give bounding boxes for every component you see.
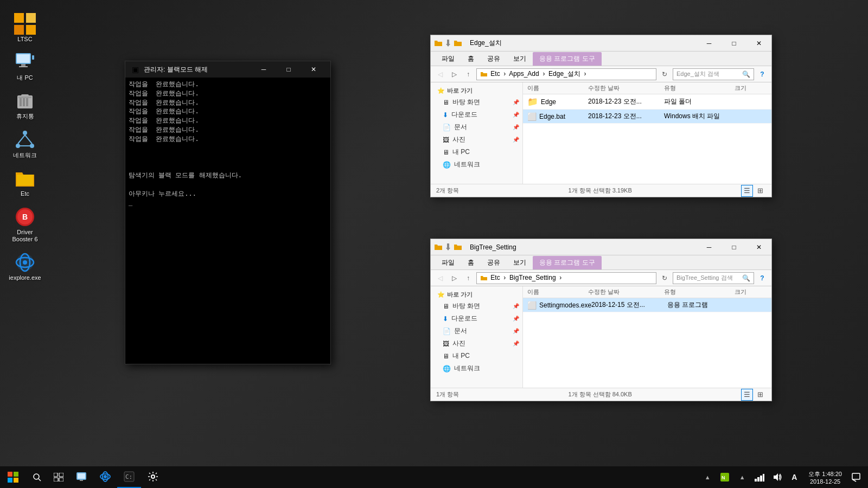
help-btn-2[interactable]: ? xyxy=(756,272,768,284)
tab-app-tools-2[interactable]: 응용 프로그램 도구 xyxy=(533,256,602,269)
svg-rect-32 xyxy=(447,243,449,248)
address-bar-2[interactable]: Etc › BigTree_Setting › xyxy=(476,272,656,284)
sidebar-mypc-icon-1: 🖥 xyxy=(443,149,449,156)
svg-text:C:: C: xyxy=(125,473,132,480)
sidebar-photos-1[interactable]: 🖼 사진 📌 xyxy=(431,133,522,146)
tray-up-arrow[interactable]: ▲ xyxy=(700,470,715,485)
desktop-icon-etc[interactable]: Etc xyxy=(5,165,44,200)
up-btn-2[interactable]: ↑ xyxy=(462,272,474,284)
svg-point-15 xyxy=(23,131,27,135)
tray-up2-icon[interactable]: ▲ xyxy=(735,470,750,485)
sidebar-mypc-2[interactable]: 🖥 내 PC xyxy=(431,350,522,362)
tab-file-1[interactable]: 파일 xyxy=(435,52,461,66)
task-view-button[interactable] xyxy=(48,466,69,488)
tray-nvidia-icon[interactable]: N xyxy=(717,470,732,485)
tab-view-2[interactable]: 보기 xyxy=(507,256,533,269)
tab-app-tools-1[interactable]: 응용 프로그램 도구 xyxy=(533,52,602,66)
view-details-btn-2[interactable]: ☰ xyxy=(741,389,753,401)
svg-rect-3 xyxy=(26,25,36,35)
view-tiles-btn-2[interactable]: ⊞ xyxy=(754,389,766,401)
tray-network-icon[interactable] xyxy=(752,470,767,485)
tray-notification-icon[interactable] xyxy=(848,466,864,488)
refresh-btn-2[interactable]: ↻ xyxy=(659,272,671,284)
refresh-btn-1[interactable]: ↻ xyxy=(659,68,671,80)
cmd-maximize-btn[interactable]: □ xyxy=(276,61,301,78)
sidebar-desktop-2[interactable]: 🖥 바탕 화면 📌 xyxy=(431,300,522,312)
explorer-edge-maximize[interactable]: □ xyxy=(722,35,746,52)
file-row-edge-bat[interactable]: ⬜ Edge.bat 2018-12-23 오전... Windows 배치 파… xyxy=(523,110,771,124)
cmd-titlebar[interactable]: ▣ 관리자: 블랙모드 해제 ─ □ ✕ xyxy=(125,61,330,78)
view-icons-1: ☰ ⊞ xyxy=(741,185,766,197)
sidebar-docs-2[interactable]: 📄 문서 📌 xyxy=(431,325,522,337)
address-bar-1[interactable]: Etc › Apps_Add › Edge_설치 › xyxy=(476,68,656,80)
search-box-2[interactable]: BigTree_Setting 검색 🔍 xyxy=(673,272,754,284)
desktop-icon-iexplore[interactable]: iexplore.exe xyxy=(5,249,44,284)
search-icon-2: 🔍 xyxy=(742,274,750,282)
back-btn-1[interactable]: ◁ xyxy=(434,68,446,80)
up-btn-1[interactable]: ↑ xyxy=(462,68,474,80)
exe-icon-settingmodes: ⬜ xyxy=(527,301,537,310)
view-details-btn-1[interactable]: ☰ xyxy=(741,185,753,197)
svg-point-49 xyxy=(104,475,107,478)
cmd-minimize-btn[interactable]: ─ xyxy=(251,61,276,78)
taskbar-edge-item[interactable] xyxy=(93,466,117,488)
file-row-edge-folder[interactable]: 📁 Edge 2018-12-23 오전... 파일 폴더 xyxy=(523,94,771,110)
desktop-icon-driver-booster[interactable]: B Driver Booster 6 xyxy=(5,204,44,245)
quick-access-label-2[interactable]: ⭐ 바로 가기 xyxy=(431,288,522,300)
desktop-icon-area: LTSC 내 PC xyxy=(0,0,50,295)
tab-file-2[interactable]: 파일 xyxy=(435,256,461,269)
cmd-window: ▣ 관리자: 블랙모드 해제 ─ □ ✕ 작업을 완료했습니다. 작업을 완료했… xyxy=(125,61,331,364)
explorer-bigtree-maximize[interactable]: □ xyxy=(722,239,746,255)
explorer-bigtree-titlebar: BigTree_Setting ─ □ ✕ xyxy=(431,239,771,255)
desktop-icon-network[interactable]: 네트워크 xyxy=(5,127,44,161)
sidebar-download-1[interactable]: ⬇ 다운로드 📌 xyxy=(431,108,522,121)
taskbar-search-btn[interactable] xyxy=(26,466,48,488)
svg-text:B: B xyxy=(22,213,28,221)
tray-speaker-icon[interactable] xyxy=(769,470,784,485)
tab-home-2[interactable]: 홈 xyxy=(461,256,481,269)
view-tiles-btn-1[interactable]: ⊞ xyxy=(754,185,766,197)
forward-btn-1[interactable]: ▷ xyxy=(448,68,460,80)
col-modified-2: 수정한 날짜 xyxy=(588,288,664,296)
pin-icon-8: 📌 xyxy=(513,341,519,346)
sidebar-photos-2[interactable]: 🖼 사진 📌 xyxy=(431,337,522,350)
tab-view-1[interactable]: 보기 xyxy=(507,52,533,66)
quick-access-label-1[interactable]: ⭐ 바로 가기 xyxy=(431,85,522,96)
pin-small-icon xyxy=(444,39,452,48)
taskbar-explorer-item[interactable] xyxy=(69,466,93,488)
desktop-icon-ltsc[interactable]: LTSC xyxy=(5,11,44,45)
tray-clock[interactable]: 오후 1:48:20 2018-12-25 xyxy=(804,466,846,488)
cmd-close-btn[interactable]: ✕ xyxy=(301,61,326,78)
tab-share-1[interactable]: 공유 xyxy=(481,52,507,66)
tab-home-1[interactable]: 홈 xyxy=(461,52,481,66)
forward-btn-2[interactable]: ▷ xyxy=(448,272,460,284)
cmd-line-3: 작업을 완료했습니다. xyxy=(129,98,327,107)
sidebar-network-1[interactable]: 🌐 네트워크 xyxy=(431,158,522,171)
explorer-edge-close[interactable]: ✕ xyxy=(746,35,771,52)
desktop-icon-mypc[interactable]: 내 PC xyxy=(5,49,44,84)
search-box-1[interactable]: Edge_설치 검색 🔍 xyxy=(673,68,754,80)
sidebar-network-2[interactable]: 🌐 네트워크 xyxy=(431,362,522,375)
explorer-bigtree-close[interactable]: ✕ xyxy=(746,239,771,255)
tab-share-2[interactable]: 공유 xyxy=(481,256,507,269)
col-name-1: 이름 xyxy=(527,84,588,92)
explorer-bigtree-main: 이름 수정한 날짜 유형 크기 ⬜ Settingmodes.exe 2018-… xyxy=(523,286,771,388)
file-name-settingmodes: ⬜ Settingmodes.exe xyxy=(527,301,591,310)
back-btn-2[interactable]: ◁ xyxy=(434,272,446,284)
start-button[interactable] xyxy=(0,466,26,488)
sidebar-mypc-1[interactable]: 🖥 내 PC xyxy=(431,146,522,158)
explorer-bigtree-minimize[interactable]: ─ xyxy=(697,239,722,255)
tray-ime-icon[interactable]: A xyxy=(787,470,802,485)
sidebar-docs-1[interactable]: 📄 문서 📌 xyxy=(431,121,522,133)
sidebar-download-2[interactable]: ⬇ 다운로드 📌 xyxy=(431,312,522,325)
mypc-icon xyxy=(14,52,36,73)
file-row-settingmodes[interactable]: ⬜ Settingmodes.exe 2018-12-15 오전... 응용 프… xyxy=(523,298,771,312)
taskbar-cmd-item[interactable]: C: xyxy=(117,466,141,488)
taskbar-settings-item[interactable] xyxy=(141,466,165,488)
explorer-edge-minimize[interactable]: ─ xyxy=(697,35,722,52)
sidebar-desktop-1[interactable]: 🖥 바탕 화면 📌 xyxy=(431,96,522,108)
cmd-press-any: 아무키나 누르세요... xyxy=(129,189,327,198)
desktop-icon-recycle[interactable]: 휴지통 xyxy=(5,88,44,122)
svg-line-18 xyxy=(18,135,25,144)
help-btn-1[interactable]: ? xyxy=(756,68,768,80)
